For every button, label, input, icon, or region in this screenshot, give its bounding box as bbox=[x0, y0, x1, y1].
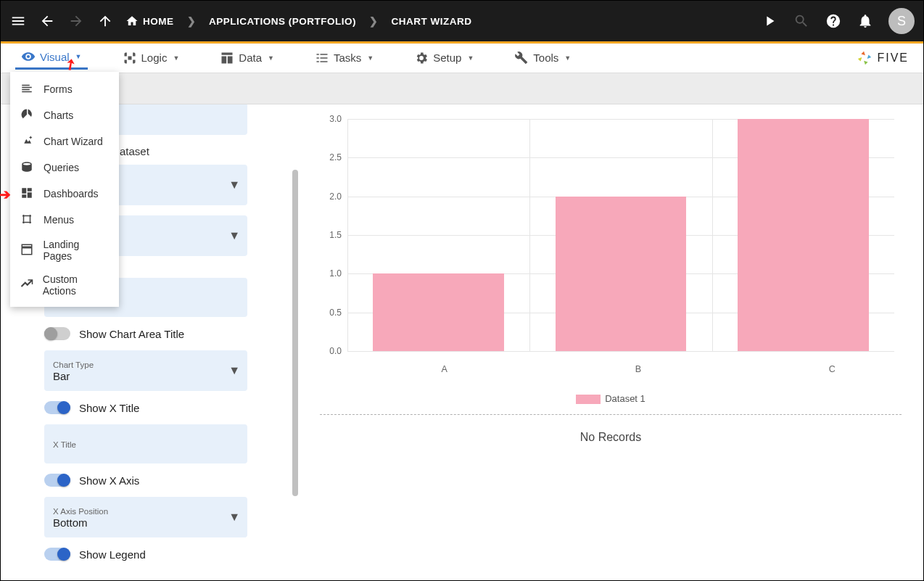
menu-icon[interactable] bbox=[9, 12, 27, 30]
tasks-icon bbox=[315, 51, 329, 65]
chevron-down-icon: ▼ bbox=[228, 511, 240, 524]
back-icon[interactable] bbox=[38, 12, 56, 30]
tab-tasks[interactable]: Tasks▼ bbox=[309, 47, 379, 69]
chevron-down-icon: ▼ bbox=[467, 54, 474, 62]
queries-icon bbox=[20, 160, 35, 175]
toggle-label: Show Legend bbox=[79, 548, 146, 561]
chevron-down-icon: ▼ bbox=[367, 54, 374, 62]
up-icon[interactable] bbox=[96, 12, 114, 30]
chevron-down-icon: ▼ bbox=[268, 54, 274, 62]
eye-icon bbox=[21, 49, 36, 64]
menu-landing-pages[interactable]: Landing Pages bbox=[10, 233, 119, 268]
svg-point-1 bbox=[22, 221, 25, 223]
chevron-right-icon: ❯ bbox=[369, 15, 379, 27]
logic-icon bbox=[123, 51, 137, 65]
chevron-down-icon: ▼ bbox=[564, 54, 571, 62]
x-tick-label: C bbox=[829, 364, 836, 374]
subheader bbox=[1, 73, 923, 104]
toggle-label: Show X Title bbox=[79, 402, 139, 414]
svg-point-3 bbox=[29, 221, 31, 223]
x-axis-position-field[interactable]: X Axis Position Bottom ▼ bbox=[44, 497, 247, 537]
x-tick-label: B bbox=[635, 364, 641, 374]
svg-point-0 bbox=[22, 215, 25, 217]
chevron-down-icon: ▼ bbox=[75, 53, 82, 60]
charts-icon bbox=[20, 108, 35, 123]
toggle-show-chart-area-title[interactable] bbox=[44, 327, 70, 340]
menu-queries[interactable]: Queries bbox=[10, 154, 119, 181]
chevron-down-icon: ▼ bbox=[228, 178, 240, 191]
toggle-show-legend[interactable] bbox=[44, 548, 70, 561]
chevron-down-icon: ▼ bbox=[228, 364, 240, 377]
breadcrumb-applications[interactable]: APPLICATIONS (PORTFOLIO) bbox=[209, 16, 356, 27]
chart-legend: Dataset 1 bbox=[320, 393, 902, 404]
legend-swatch bbox=[576, 395, 601, 404]
menu-menus[interactable]: Menus bbox=[10, 207, 119, 233]
toggle-show-x-title[interactable] bbox=[44, 401, 70, 414]
x-title-field[interactable]: X Title bbox=[44, 424, 247, 463]
breadcrumb-home[interactable]: HOME bbox=[125, 15, 174, 28]
no-records-label: No Records bbox=[320, 425, 902, 450]
table-icon bbox=[220, 51, 234, 65]
top-bar: HOME ❯ APPLICATIONS (PORTFOLIO) ❯ CHART … bbox=[1, 1, 923, 41]
chart-bar bbox=[738, 119, 869, 351]
visual-dropdown: Forms Charts Chart Wizard Queries Dashbo… bbox=[10, 72, 119, 307]
forward-icon bbox=[67, 12, 85, 30]
toggle-show-x-axis[interactable] bbox=[44, 474, 70, 487]
tab-setup[interactable]: Setup▼ bbox=[408, 47, 479, 69]
scrollbar-thumb[interactable] bbox=[292, 170, 298, 496]
landing-icon bbox=[20, 243, 34, 257]
avatar[interactable]: S bbox=[888, 8, 915, 34]
help-icon[interactable] bbox=[825, 12, 842, 30]
menu-dashboards[interactable]: Dashboards bbox=[10, 181, 119, 207]
chart-bar bbox=[373, 273, 504, 351]
menus-icon bbox=[20, 213, 35, 227]
svg-point-2 bbox=[29, 215, 31, 217]
tab-visual[interactable]: Visual▼ bbox=[15, 46, 88, 70]
separator bbox=[320, 414, 902, 415]
chevron-down-icon: ▼ bbox=[228, 229, 240, 242]
brand-logo: FIVE bbox=[857, 50, 909, 66]
toggle-label: Show Chart Area Title bbox=[79, 328, 184, 340]
chart-canvas: 0.00.51.01.52.02.53.0ABC bbox=[320, 119, 902, 387]
tab-tools[interactable]: Tools▼ bbox=[508, 47, 577, 69]
search-icon[interactable] bbox=[793, 12, 810, 30]
tab-logic[interactable]: Logic▼ bbox=[117, 47, 186, 69]
toggle-label: Show X Axis bbox=[79, 474, 139, 487]
menu-chart-wizard[interactable]: Chart Wizard bbox=[10, 128, 119, 154]
forms-icon bbox=[20, 82, 35, 96]
menu-forms[interactable]: Forms bbox=[10, 76, 119, 102]
tab-data[interactable]: Data▼ bbox=[214, 47, 280, 69]
chevron-right-icon: ❯ bbox=[187, 15, 197, 27]
x-tick-label: A bbox=[441, 364, 447, 374]
chevron-down-icon: ▼ bbox=[173, 54, 179, 62]
menu-charts[interactable]: Charts bbox=[10, 102, 119, 128]
tools-icon bbox=[514, 51, 529, 65]
chart-preview: 0.00.51.01.52.02.53.0ABC Dataset 1 No Re… bbox=[298, 104, 923, 580]
chart-type-field[interactable]: Chart Type Bar ▼ bbox=[44, 350, 247, 391]
dashboards-icon bbox=[20, 186, 35, 201]
actions-icon bbox=[20, 278, 34, 292]
wizard-icon bbox=[20, 134, 35, 149]
ribbon: Visual▼ Logic▼ Data▼ Tasks▼ Setup▼ Tools… bbox=[1, 44, 923, 73]
chart-bar bbox=[556, 197, 687, 351]
breadcrumb-current[interactable]: CHART WIZARD bbox=[392, 16, 472, 27]
menu-custom-actions[interactable]: Custom Actions bbox=[10, 268, 119, 302]
main: ataset ▼ ▼ Chart Area Title * Show Chart… bbox=[1, 104, 923, 580]
bell-icon[interactable] bbox=[857, 12, 874, 30]
breadcrumb: HOME ❯ APPLICATIONS (PORTFOLIO) ❯ CHART … bbox=[125, 15, 471, 28]
gear-icon bbox=[414, 51, 429, 65]
play-icon[interactable] bbox=[761, 12, 778, 30]
